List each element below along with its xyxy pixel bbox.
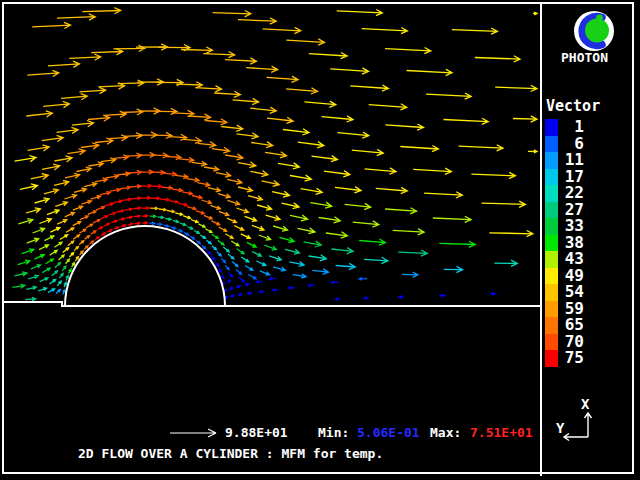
axis-x-label: X <box>581 396 589 412</box>
legend-swatch <box>545 169 558 186</box>
plot-title: 2D FLOW OVER A CYLINDER : MFM for temp. <box>78 446 383 461</box>
legend-swatch <box>545 136 558 153</box>
reference-value: 9.88E+01 <box>225 425 288 440</box>
max-value: 7.51E+01 <box>470 425 533 440</box>
legend-swatch <box>545 301 558 318</box>
max-label: Max: <box>430 425 461 440</box>
legend-swatch <box>545 119 558 136</box>
reference-arrow-icon <box>168 426 222 440</box>
legend-swatch <box>545 235 558 252</box>
legend-entry: 75 <box>545 350 584 367</box>
legend: 1611172227333843495459657075 <box>545 119 584 367</box>
legend-swatch <box>545 317 558 334</box>
brand-label: PHOTON <box>561 50 621 65</box>
legend-swatch <box>545 350 558 367</box>
legend-title: Vector <box>546 97 600 115</box>
axis-y-label: Y <box>556 420 564 436</box>
legend-swatch <box>545 251 558 268</box>
min-label: Min: <box>318 425 349 440</box>
legend-value: 75 <box>558 350 584 367</box>
legend-swatch <box>545 268 558 285</box>
legend-swatch <box>545 284 558 301</box>
legend-swatch <box>545 185 558 202</box>
legend-swatch <box>545 218 558 235</box>
min-value: 5.06E-01 <box>357 425 420 440</box>
legend-swatch <box>545 202 558 219</box>
legend-swatch <box>545 334 558 351</box>
legend-swatch <box>545 152 558 169</box>
photon-logo-icon <box>573 10 615 52</box>
